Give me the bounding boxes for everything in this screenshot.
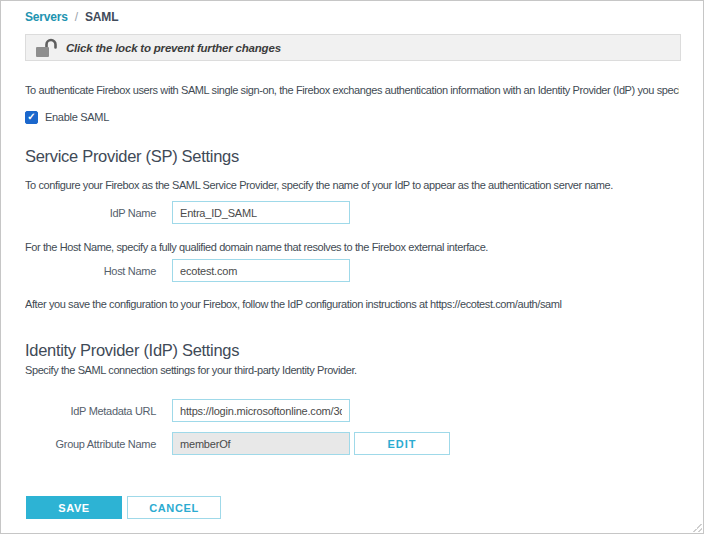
cancel-button[interactable]: CANCEL <box>127 496 221 519</box>
idp-name-input[interactable] <box>172 201 350 224</box>
save-button[interactable]: SAVE <box>26 496 122 519</box>
breadcrumb-separator: / <box>75 10 78 24</box>
group-attribute-row: Group Attribute Name EDIT <box>25 432 679 455</box>
enable-saml-row: ✓ Enable SAML <box>25 110 679 124</box>
lock-bar[interactable]: Click the lock to prevent further change… <box>25 34 681 61</box>
saml-settings-page: Servers / SAML Click the lock to prevent… <box>0 0 704 534</box>
host-name-row: Host Name <box>25 259 679 282</box>
action-buttons: SAVE CANCEL <box>26 496 679 519</box>
unlocked-padlock-icon[interactable] <box>35 38 58 58</box>
idp-metadata-url-input[interactable] <box>172 399 350 422</box>
host-name-input[interactable] <box>172 259 350 282</box>
breadcrumb: Servers / SAML <box>25 10 679 24</box>
enable-saml-checkbox[interactable]: ✓ <box>25 111 38 124</box>
checkmark-icon: ✓ <box>27 112 35 122</box>
lock-bar-text: Click the lock to prevent further change… <box>66 42 281 54</box>
idp-name-row: IdP Name <box>25 201 679 224</box>
host-name-hint: For the Host Name, specify a fully quali… <box>25 240 679 254</box>
intro-text: To authenticate Firebox users with SAML … <box>25 83 679 97</box>
idp-metadata-url-label: IdP Metadata URL <box>25 405 156 417</box>
group-attribute-label: Group Attribute Name <box>25 438 156 450</box>
breadcrumb-servers-link[interactable]: Servers <box>25 10 68 24</box>
idp-name-label: IdP Name <box>25 207 156 219</box>
resize-grip-icon[interactable] <box>692 522 702 532</box>
host-name-label: Host Name <box>25 265 156 277</box>
group-attribute-input <box>172 432 350 455</box>
breadcrumb-current: SAML <box>85 10 118 24</box>
post-save-note: After you save the configuration to your… <box>25 297 679 311</box>
sp-settings-description: To configure your Firebox as the SAML Se… <box>25 178 679 192</box>
idp-settings-description: Specify the SAML connection settings for… <box>25 363 679 377</box>
idp-settings-heading: Identity Provider (IdP) Settings <box>25 340 679 360</box>
enable-saml-label: Enable SAML <box>45 111 109 123</box>
edit-button[interactable]: EDIT <box>354 432 450 455</box>
idp-metadata-url-row: IdP Metadata URL <box>25 399 679 422</box>
sp-settings-heading: Service Provider (SP) Settings <box>25 146 679 166</box>
